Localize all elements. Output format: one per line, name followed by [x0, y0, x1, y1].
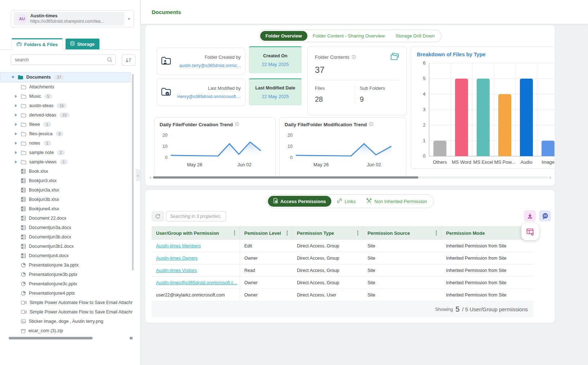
overview-horizontal-scrollbar[interactable]: ‹ ›	[150, 175, 551, 180]
caret-down-icon[interactable]	[11, 76, 18, 79]
tree-folder[interactable]: sample-views1	[0, 157, 133, 167]
scroll-left-icon[interactable]: ‹	[150, 176, 151, 179]
column-menu-icon[interactable]	[433, 230, 437, 236]
tree-folder[interactable]: sample note2	[0, 148, 133, 157]
modified-date-label: Last Modified Date	[255, 85, 295, 91]
tab-folder-content-sharing-overview[interactable]: Folder Content - Sharing Overview	[307, 31, 390, 41]
cell-permission-type: Direct Access, Group	[293, 252, 363, 264]
tree-file[interactable]: WDocumentjun3b1.docx	[0, 242, 133, 251]
column-settings-button[interactable]	[521, 223, 539, 240]
scroll-right-icon[interactable]: ›	[549, 176, 551, 179]
tree-file[interactable]: Simple Power Automate Flow to Save Email…	[0, 298, 133, 307]
svg-text:0: 0	[290, 155, 293, 160]
caret-right-icon[interactable]	[14, 141, 21, 145]
tree-folder[interactable]: austin-ideas15	[0, 101, 133, 110]
date-cards-column: Created On 22 May 2025 Last Modified Dat…	[249, 46, 302, 110]
tree-file[interactable]: Presentationjune3c.pptx	[0, 279, 133, 289]
scrollbar-thumb[interactable]	[9, 337, 93, 339]
caret-right-icon[interactable]	[14, 123, 21, 126]
modification-trend-title: Daily File/Folder Modification Trend	[285, 122, 367, 127]
tab-non-inherited-permission[interactable]: Non Inherited Permission	[361, 196, 432, 207]
column-header-permission-type[interactable]: Permission Type	[293, 226, 363, 240]
column-header-permission-level[interactable]: Pemission Level	[240, 226, 293, 240]
site-selector[interactable]: AU Austin-times https://o365droid.sharep…	[11, 10, 134, 27]
tree-file[interactable]: XBook.xlsx	[0, 167, 133, 176]
tree-file[interactable]: Simple Power Automate Flow to Save Email…	[0, 307, 133, 317]
tree-folder[interactable]: Attachments	[0, 82, 133, 92]
tab-links[interactable]: Links	[331, 196, 361, 207]
tree-folder[interactable]: derived-ideas15	[0, 110, 133, 120]
chevron-down-icon[interactable]: ▼	[124, 17, 134, 21]
column-menu-icon[interactable]	[354, 230, 358, 236]
sidebar-collapse-button[interactable]: ‹	[136, 170, 141, 181]
column-header-user-group[interactable]: User/Group with Permission	[152, 226, 240, 240]
tab-links-label: Links	[345, 199, 356, 204]
folder-icon	[21, 85, 26, 89]
tree-folder[interactable]: Music5	[0, 92, 133, 101]
tree-file[interactable]: XBookjun3a.xlsx	[0, 185, 133, 195]
modification-trend-line-chart: 01020May 26Jun 02	[285, 127, 400, 168]
tree-file[interactable]: Presentationjune4.pptx	[0, 289, 133, 298]
user-group-link[interactable]: Austin-times Owners	[156, 256, 197, 261]
cell-permission-source: Site	[363, 277, 442, 289]
caret-right-icon[interactable]	[14, 151, 21, 154]
site-selector-field: AU Austin-times https://o365droid.sharep…	[14, 12, 124, 26]
tree-file[interactable]: WDocumentjun3a.docx	[0, 223, 133, 232]
tree-file[interactable]: Presentationjune 3a.pptx	[0, 260, 133, 270]
item-count-badge: 5	[44, 94, 52, 99]
caret-right-icon[interactable]	[14, 104, 21, 107]
scrollbar-thumb[interactable]	[153, 176, 418, 179]
crossed-tools-icon	[366, 198, 372, 205]
tree-file[interactable]: Presentationjune3b.pptx	[0, 270, 133, 279]
tree-folder[interactable]: fileee1	[0, 120, 133, 129]
scrollbar-track[interactable]	[152, 176, 548, 179]
tab-access-permissions[interactable]: Access Permissions	[268, 196, 331, 207]
tab-folders-files[interactable]: Folders & Files	[12, 38, 63, 50]
chat-button[interactable]	[539, 210, 551, 221]
search-input[interactable]	[11, 54, 116, 65]
cell-permission-source: Site	[363, 252, 442, 264]
caret-right-icon[interactable]	[14, 132, 21, 136]
user-group-link[interactable]: Austin-times@o365droid.onmicrosoft.c...	[156, 280, 237, 285]
excel-file-icon: X	[21, 188, 26, 193]
user-group-link[interactable]: Austin-times Visitors	[156, 268, 197, 273]
user-group-link[interactable]: Austin-times Members	[156, 243, 201, 249]
column-menu-icon[interactable]	[284, 230, 288, 236]
caret-right-icon[interactable]	[14, 160, 21, 164]
tree-folder[interactable]: notes1	[0, 138, 133, 148]
tree-file[interactable]: eicar_com (3).zip	[0, 326, 133, 335]
permissions-search-input[interactable]	[166, 211, 226, 221]
cell-permission-level: Owner	[240, 252, 293, 264]
tree-horizontal-scrollbar[interactable]	[7, 337, 133, 339]
cell-permission-level: Edit	[240, 240, 293, 252]
tree-folder[interactable]: files-jessica8	[0, 129, 133, 138]
tree-file[interactable]: WDocumentjun3b.docx	[0, 232, 133, 242]
column-header-permission-mode[interactable]: Permission Mode	[442, 226, 534, 240]
column-header-permission-source[interactable]: Permission Source	[363, 226, 442, 240]
tree-file[interactable]: hugefile.txt	[0, 335, 133, 336]
sort-button[interactable]	[122, 54, 135, 66]
created-by-link[interactable]: austin.terry@o365droid.onmic...	[174, 63, 241, 68]
tree-file[interactable]: XBookjune4.xlsx	[0, 204, 133, 214]
cell-permission-mode: Inherited Permission from Site	[442, 264, 534, 276]
refresh-button[interactable]	[152, 211, 164, 221]
tree-file[interactable]: WDocument 22.docx	[0, 214, 133, 223]
caret-right-icon[interactable]	[14, 113, 21, 117]
tab-storage[interactable]: Storage	[66, 39, 99, 49]
download-button[interactable]	[524, 210, 536, 221]
modified-by-link[interactable]: Henry@o365droid.onmicrosoft....	[174, 94, 241, 99]
cell-permission-source: Site	[363, 289, 442, 301]
tree-file[interactable]: WDocumentjun4.docx	[0, 251, 133, 260]
tab-folder-overview[interactable]: Folder Overview	[260, 31, 307, 41]
tree-file[interactable]: Sticker image, doge , Austin terry.png	[0, 317, 133, 326]
svg-text:May 26: May 26	[187, 162, 202, 167]
tree-vertical-scrollbar[interactable]	[132, 74, 134, 271]
tab-folders-files-label: Folders & Files	[24, 42, 58, 47]
tree-file[interactable]: XBookjun3.xlsx	[0, 176, 133, 185]
tree-file[interactable]: XBookjun3b.xlsx	[0, 195, 133, 204]
column-menu-icon[interactable]	[231, 230, 235, 236]
cell-user-group: Austin-times Visitors	[152, 264, 240, 276]
tab-storage-drill-down[interactable]: Storage Drill Down	[390, 31, 440, 41]
caret-right-icon[interactable]	[14, 94, 21, 98]
tree-root-folder[interactable]: Documents37	[0, 72, 130, 82]
